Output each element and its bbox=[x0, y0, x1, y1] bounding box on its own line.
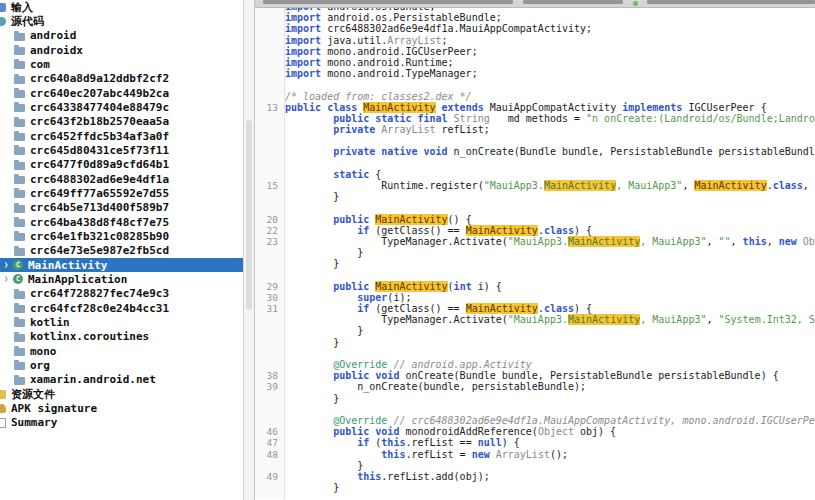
search-highlight: MainActivity bbox=[694, 180, 766, 191]
truncated-tab-text bbox=[647, 0, 815, 4]
tree-scrollbar-thumb[interactable] bbox=[246, 120, 252, 310]
code-line: } bbox=[255, 325, 815, 336]
line-number bbox=[255, 146, 285, 157]
editor-top-bar bbox=[255, 0, 815, 8]
line-number: 39 bbox=[255, 381, 285, 392]
tree-item-label: crc645d80431ce5f73f11 bbox=[25, 144, 169, 157]
class-icon: C bbox=[13, 260, 23, 270]
code-line-15: 15 Runtime.register("MauiApp3.MainActivi… bbox=[255, 180, 815, 191]
tree-item-crc64fcf28c0e24b4cc31[interactable]: crc64fcf28c0e24b4cc31 bbox=[0, 301, 244, 315]
search-highlight: MainActivity bbox=[375, 214, 447, 225]
decompiler-window: 输入源代码androidandroidxcomcrc640a8d9a12ddbf… bbox=[0, 0, 815, 500]
tree-item-kotlinx.coroutines[interactable]: kotlinx.coroutines bbox=[0, 330, 244, 344]
line-number: 31 bbox=[255, 303, 285, 314]
code-text bbox=[285, 135, 815, 146]
code-text: @Override // android.app.Activity bbox=[285, 359, 815, 370]
tree-item-crc64338477404e88479c[interactable]: crc64338477404e88479c bbox=[0, 100, 244, 114]
folder-icon bbox=[14, 248, 25, 256]
folder-icon bbox=[14, 33, 25, 41]
tree-item-crc643f2b18b2570eaa5a[interactable]: crc643f2b18b2570eaa5a bbox=[0, 115, 244, 129]
tree-item-org[interactable]: org bbox=[0, 358, 244, 372]
chevron-right-icon[interactable]: ❯ bbox=[4, 258, 13, 272]
code-line-22: 22 if (getClass() == MainActivity.class)… bbox=[255, 225, 815, 236]
code-text: import mono.android.Runtime; bbox=[285, 57, 815, 68]
code-text: } bbox=[285, 460, 815, 471]
code-text: Runtime.register("MauiApp3.MainActivity,… bbox=[285, 180, 815, 191]
folder-icon bbox=[14, 133, 25, 141]
tree-item-summary[interactable]: Summary bbox=[0, 416, 244, 430]
tree-item-crc640ec207abc449b2ca[interactable]: crc640ec207abc449b2ca bbox=[0, 86, 244, 100]
line-number bbox=[255, 23, 285, 34]
tree-item-android[interactable]: android bbox=[0, 29, 244, 43]
code-line-39: 39 n_onCreate(bundle, persistableBundle)… bbox=[255, 381, 815, 392]
line-number bbox=[255, 460, 285, 471]
folder-icon bbox=[14, 334, 25, 342]
line-number: 47 bbox=[255, 437, 285, 448]
tree-item-crc64b5e713d400f589b7[interactable]: crc64b5e713d400f589b7 bbox=[0, 201, 244, 215]
line-number bbox=[255, 270, 285, 281]
code-line-46: 46 public void monodroidAddReference(Obj… bbox=[255, 426, 815, 437]
tree-scrollbar[interactable] bbox=[243, 0, 254, 500]
code-text: public void onCreate(Bundle bundle, Pers… bbox=[285, 370, 815, 381]
code-text: /* loaded from: classes2.dex */ bbox=[285, 91, 815, 102]
tree-item-mainapplication[interactable]: ❯CMainApplication bbox=[0, 272, 244, 286]
folder-icon bbox=[14, 377, 25, 385]
tree-item-label: crc64f728827fec74e9c3 bbox=[25, 287, 169, 300]
line-number bbox=[255, 359, 285, 370]
tree-item-label: crc643f2b18b2570eaa5a bbox=[25, 115, 169, 128]
code-text: } bbox=[285, 337, 815, 348]
tree-item-label: crc6452ffdc5b34af3a0f bbox=[25, 130, 169, 143]
folder-icon bbox=[14, 147, 25, 155]
code-line: } bbox=[255, 247, 815, 258]
tree-item--[interactable]: 源代码 bbox=[0, 14, 244, 28]
tree-item-com[interactable]: com bbox=[0, 57, 244, 71]
tree-item-crc64e73e5e987e2fb5cd[interactable]: crc64e73e5e987e2fb5cd bbox=[0, 244, 244, 258]
line-number bbox=[255, 79, 285, 90]
tree-item-mono[interactable]: mono bbox=[0, 344, 244, 358]
line-number bbox=[255, 57, 285, 68]
tree-item-crc6477f0d89a9cfd64b1[interactable]: crc6477f0d89a9cfd64b1 bbox=[0, 158, 244, 172]
package-tree: 输入源代码androidandroidxcomcrc640a8d9a12ddbf… bbox=[0, 0, 244, 430]
code-text: import mono.android.TypeManager; bbox=[285, 68, 815, 79]
code-line: @Override // android.app.Activity bbox=[255, 359, 815, 370]
code-text bbox=[285, 202, 815, 213]
tree-item-crc64e1fb321c08285b90[interactable]: crc64e1fb321c08285b90 bbox=[0, 229, 244, 243]
tree-item-crc640a8d9a12ddbf2cf2[interactable]: crc640a8d9a12ddbf2cf2 bbox=[0, 72, 244, 86]
line-number bbox=[255, 35, 285, 46]
tree-item-kotlin[interactable]: kotlin bbox=[0, 315, 244, 329]
tree-item-mainactivity[interactable]: ❯CMainActivity bbox=[0, 258, 244, 272]
code-line: } bbox=[255, 258, 815, 269]
line-number bbox=[255, 91, 285, 102]
tree-item-xamarin.android.net[interactable]: xamarin.android.net bbox=[0, 373, 244, 387]
tree-item-apk-signature[interactable]: APK signature bbox=[0, 401, 244, 415]
tree-item--[interactable]: 输入 bbox=[0, 0, 244, 14]
code-line: import android.os.PersistableBundle; bbox=[255, 12, 815, 23]
tree-item-label: crc640ec207abc449b2ca bbox=[25, 87, 169, 100]
folder-icon bbox=[14, 176, 25, 184]
tree-item-crc64f728827fec74e9c3[interactable]: crc64f728827fec74e9c3 bbox=[0, 287, 244, 301]
code-text: if (getClass() == MainActivity.class) { bbox=[285, 303, 815, 314]
tree-item-label: androidx bbox=[25, 44, 83, 57]
code-line: } bbox=[255, 460, 815, 471]
folder-icon bbox=[14, 348, 25, 356]
code-line-29: 29 public MainActivity(int i) { bbox=[255, 281, 815, 292]
line-number bbox=[255, 191, 285, 202]
folder-icon bbox=[14, 362, 25, 370]
chevron-right-icon[interactable]: ❯ bbox=[4, 272, 13, 286]
code-text: } bbox=[285, 482, 815, 493]
tree-item-crc649ff77a65592e7d55[interactable]: crc649ff77a65592e7d55 bbox=[0, 186, 244, 200]
tree-item-crc6488302ad6e9e4df1a[interactable]: crc6488302ad6e9e4df1a bbox=[0, 172, 244, 186]
tree-item-androidx[interactable]: androidx bbox=[0, 43, 244, 57]
code-editor[interactable]: import android.os.Bundle;import android.… bbox=[255, 8, 815, 499]
folder-icon bbox=[14, 291, 25, 299]
code-text: if (getClass() == MainActivity.class) { bbox=[285, 225, 815, 236]
tree-item--[interactable]: 资源文件 bbox=[0, 387, 244, 401]
tree-item-crc6452ffdc5b34af3a0f[interactable]: crc6452ffdc5b34af3a0f bbox=[0, 129, 244, 143]
line-number bbox=[255, 202, 285, 213]
code-text: import crc6488302ad6e9e4df1a.MauiAppComp… bbox=[285, 23, 815, 34]
tree-item-crc645d80431ce5f73f11[interactable]: crc645d80431ce5f73f11 bbox=[0, 143, 244, 157]
tree-item-label: crc64e1fb321c08285b90 bbox=[25, 230, 169, 243]
code-text: TypeManager.Activate("MauiApp3.MainActiv… bbox=[285, 314, 815, 325]
search-highlight: MainActivity bbox=[363, 102, 435, 113]
tree-item-crc64ba438d8f48cf7e75[interactable]: crc64ba438d8f48cf7e75 bbox=[0, 215, 244, 229]
